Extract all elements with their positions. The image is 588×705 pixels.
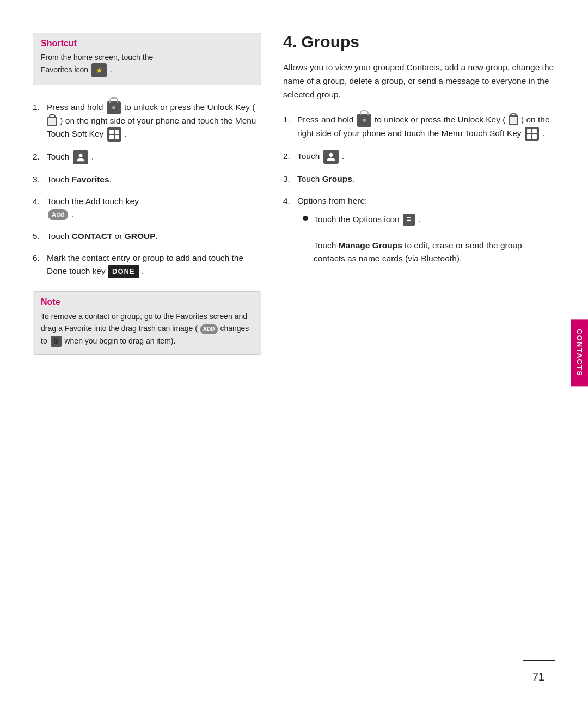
bullet-content: Touch the Options icon . Touch Manage Gr…: [314, 213, 555, 265]
favorites-icon: [91, 63, 107, 77]
step-number-3: 3.: [33, 173, 47, 186]
step-number-2: 2.: [33, 150, 47, 163]
favorites-label: Favorites: [72, 175, 109, 184]
right-step-item-4: 4. Options from here: Touch the Options …: [283, 194, 555, 271]
step-content-1: Press and hold to unlock or press the Un…: [47, 101, 261, 142]
right-step-item-1: 1. Press and hold to unlock or press the…: [283, 113, 555, 141]
step-item-5: 5. Touch CONTACT or GROUP.: [33, 230, 261, 243]
step-content-4: Touch the Add touch key Add .: [47, 195, 261, 221]
right-contacts-app-icon: [323, 150, 339, 164]
trash-icon: [51, 336, 62, 347]
step-item-2: 2. Touch .: [33, 150, 261, 164]
done-icon: DONE: [108, 265, 139, 278]
right-step-item-3: 3. Touch Groups.: [283, 173, 555, 186]
note-title: Note: [41, 297, 253, 307]
right-step-number-3: 3.: [283, 173, 297, 186]
right-step-content-3: Touch Groups.: [297, 173, 555, 186]
step-item-6: 6. Mark the contact entry or group to ad…: [33, 252, 261, 278]
options-icon: [403, 214, 415, 226]
right-step-content-2: Touch .: [297, 150, 555, 164]
right-unlock-key-icon: [509, 115, 518, 125]
right-step-content-4: Options from here: Touch the Options ico…: [297, 194, 555, 271]
shortcut-box: Shortcut From the home screen, touch the…: [33, 33, 261, 85]
groups-label: Groups: [322, 174, 352, 183]
unlock-key-icon: [47, 117, 57, 126]
menu-grid-icon: [107, 127, 121, 142]
section-heading: 4. Groups: [283, 33, 555, 51]
left-column: Shortcut From the home screen, touch the…: [33, 33, 261, 672]
step-item-1: 1. Press and hold to unlock or press the…: [33, 101, 261, 142]
step-content-5: Touch CONTACT or GROUP.: [47, 230, 261, 243]
lock-icon: [107, 101, 121, 114]
right-step-content-1: Press and hold to unlock or press the Un…: [297, 113, 555, 141]
step-content-6: Mark the contact entry or group to add a…: [47, 252, 261, 278]
right-step-number-4: 4.: [283, 194, 297, 207]
right-column: 4. Groups Allows you to view your groupe…: [283, 33, 555, 672]
shortcut-title: Shortcut: [41, 39, 253, 48]
right-step-number-2: 2.: [283, 150, 297, 163]
right-step-number-1: 1.: [283, 113, 297, 126]
section-intro: Allows you to view your grouped Contacts…: [283, 61, 555, 101]
left-steps-list: 1. Press and hold to unlock or press the…: [33, 101, 261, 278]
step-item-4: 4. Touch the Add touch key Add .: [33, 195, 261, 221]
shortcut-line1: From the home screen, touch the: [41, 53, 153, 62]
right-lock-icon: [357, 114, 371, 127]
step-content-3: Touch Favorites.: [47, 173, 261, 186]
step-number-1: 1.: [33, 101, 47, 114]
grid-inner: [107, 127, 121, 142]
right-menu-grid-icon: [525, 127, 539, 141]
bottom-divider: [523, 660, 555, 661]
page-container: Shortcut From the home screen, touch the…: [0, 0, 588, 705]
bullet-dot: [303, 216, 308, 221]
note-box: Note To remove a contact or group, go to…: [33, 291, 261, 355]
options-bullet-item: Touch the Options icon . Touch Manage Gr…: [297, 213, 555, 265]
add-touch-key-icon: Add: [48, 209, 68, 220]
shortcut-line2: Favorites icon: [41, 65, 88, 74]
step-item-3: 3. Touch Favorites.: [33, 173, 261, 186]
step-number-6: 6.: [33, 252, 47, 265]
step-number-5: 5.: [33, 230, 47, 243]
right-contacts-svg: [326, 152, 336, 162]
shortcut-text: From the home screen, touch the Favorite…: [41, 52, 253, 77]
step-number-4: 4.: [33, 195, 47, 208]
manage-groups-label: Manage Groups: [339, 241, 402, 250]
right-steps-list: 1. Press and hold to unlock or press the…: [283, 113, 555, 271]
contacts-app-icon: [73, 150, 88, 164]
contacts-sidebar-tab: CONTACTS: [571, 319, 588, 386]
contacts-svg: [76, 152, 85, 162]
group-label: GROUP: [125, 231, 156, 241]
right-step-item-2: 2. Touch .: [283, 150, 555, 164]
add-small-icon: ADD: [200, 324, 218, 334]
contact-label: CONTACT: [72, 231, 113, 241]
step-content-2: Touch .: [47, 150, 261, 164]
page-number: 71: [532, 671, 544, 683]
note-text: To remove a contact or group, go to the …: [41, 310, 253, 347]
right-grid-inner: [525, 127, 539, 141]
